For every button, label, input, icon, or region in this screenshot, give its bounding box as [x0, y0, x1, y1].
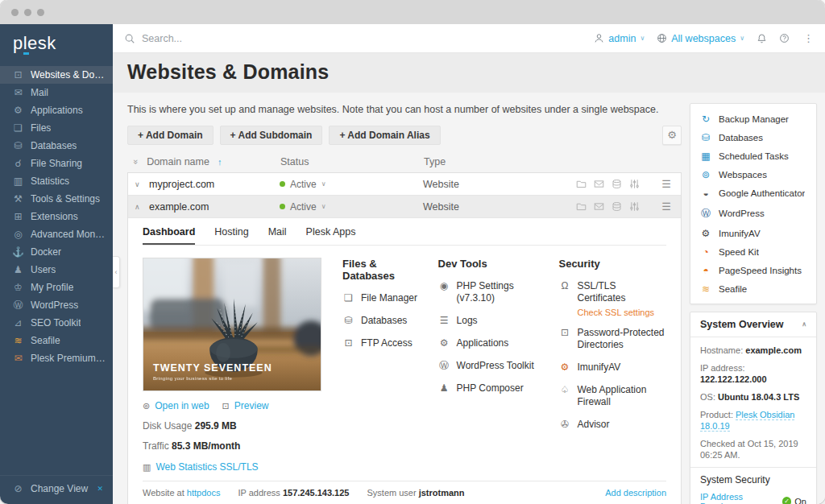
close-icon[interactable]: ✕ — [97, 485, 103, 493]
collapse-all-icon[interactable]: » — [131, 159, 141, 164]
applications-link[interactable]: ⚙ Applications — [438, 337, 545, 349]
window-control-dot[interactable] — [24, 9, 31, 16]
status-badge[interactable]: Active ∨ — [280, 201, 423, 213]
httpdocs-link[interactable]: httpdocs — [187, 488, 221, 498]
mail-icon[interactable] — [594, 201, 604, 212]
files-icon[interactable] — [576, 201, 587, 212]
ip-address-banning-link[interactable]: IP Address Banning: — [700, 492, 777, 504]
sidebar-item-mail[interactable]: ✉ Mail — [0, 84, 113, 101]
sidebar-item-statistics[interactable]: ▥ Statistics — [0, 172, 113, 190]
domain-name[interactable]: example.com — [149, 201, 280, 213]
tab-mail[interactable]: Mail — [268, 226, 287, 245]
sort-asc-icon[interactable]: ↑ — [218, 157, 222, 167]
files-icon[interactable] — [576, 179, 587, 189]
pagespeed-insights-link[interactable]: ◓ PageSpeed Insights — [690, 262, 816, 280]
column-domain-name[interactable]: Domain name — [147, 156, 209, 167]
wordpress-link[interactable]: Ⓦ WordPress — [690, 203, 816, 224]
password-protected-directories-link[interactable]: ⊡ Password-Protected Directories — [558, 327, 666, 351]
tab-plesk-apps[interactable]: Plesk Apps — [306, 226, 356, 245]
change-view-button[interactable]: ⊘ Change View ✕ — [0, 475, 113, 504]
settings-sliders-icon[interactable] — [629, 201, 640, 212]
sidebar-item-advanced-monitoring[interactable]: ◎ Advanced Monitoring — [0, 225, 113, 243]
sidebar-item-file-sharing[interactable]: ☌ File Sharing — [0, 155, 113, 172]
wordpress-toolkit-link[interactable]: Ⓦ WordPress Toolkit — [438, 360, 545, 372]
ssl-certificates-link[interactable]: Ω SSL/TLS Certificates — [558, 280, 666, 304]
databases-link[interactable]: ⛁ Databases — [342, 315, 424, 327]
imunifyav-link[interactable]: ⚙ ImunifyAV — [690, 224, 816, 242]
sidebar-item-files[interactable]: ❏ Files — [0, 119, 113, 137]
imunifyav-link[interactable]: ⚙ ImunifyAV — [558, 361, 666, 374]
ftp-access-link[interactable]: ⊡ FTP Access — [342, 337, 424, 349]
add-domain-alias-button[interactable]: + Add Domain Alias — [329, 126, 440, 145]
php-settings-link[interactable]: ◉ PHP Settings (v7.3.10) — [438, 280, 545, 304]
check-ssl-settings-link[interactable]: Check SSL settings — [577, 308, 666, 317]
web-application-firewall-link[interactable]: ♤ Web Application Firewall — [558, 384, 666, 408]
webspaces-selector[interactable]: All webspaces ∨ — [657, 33, 744, 44]
settings-sliders-icon[interactable] — [629, 179, 640, 189]
chevron-down-icon[interactable]: ∨ — [135, 180, 149, 188]
globe-icon — [657, 33, 667, 43]
seafile-link[interactable]: ≋ Seafile — [690, 280, 816, 299]
sidebar-item-extensions[interactable]: ⊞ Extensions — [0, 208, 113, 225]
google-authenticator-link[interactable]: ◒ Google Authenticator — [690, 184, 816, 203]
speed-kit-link[interactable]: ◔ Speed Kit — [690, 242, 816, 261]
sidebar-item-users[interactable]: ♟ Users — [0, 261, 113, 279]
sidebar-item-applications[interactable]: ⚙ Applications — [0, 101, 113, 119]
database-icon[interactable] — [611, 201, 622, 212]
row-menu-button[interactable]: ☰ — [647, 200, 671, 213]
sidebar-item-tools-settings[interactable]: ⚒ Tools & Settings — [0, 190, 113, 208]
database-icon[interactable] — [611, 179, 622, 189]
sidebar-item-seo-toolkit[interactable]: ⊿ SEO Toolkit — [0, 314, 113, 332]
column-type[interactable]: Type — [424, 156, 577, 167]
php-composer-link[interactable]: ♟ PHP Composer — [438, 382, 545, 395]
row-menu-button[interactable]: ☰ — [647, 178, 671, 190]
tab-hosting[interactable]: Hosting — [214, 226, 248, 245]
chevron-up-icon[interactable]: ∧ — [135, 203, 149, 211]
search-bar[interactable] — [124, 33, 586, 44]
status-badge[interactable]: Active ∨ — [280, 179, 423, 190]
domain-info-footer: Website at httpdocs IP address 157.245.1… — [143, 481, 666, 504]
sidebar-item-plesk-premium-email[interactable]: ✉ Plesk Premium Email — [0, 349, 113, 367]
dev-tools-column: Dev Tools ◉ PHP Settings (v7.3.10) ☰ Log… — [438, 258, 545, 473]
plesk-logo[interactable]: plesk — [0, 24, 113, 64]
more-menu-button[interactable]: ⋮ — [802, 32, 815, 44]
table-row-myproject[interactable]: ∨ myproject.com Active ∨ Website — [128, 173, 681, 195]
sidebar-item-wordpress[interactable]: Ⓦ WordPress — [0, 296, 113, 314]
preview-link[interactable]: ⊡ Preview — [222, 400, 269, 411]
table-row-example[interactable]: ∧ example.com Active ∨ Website — [128, 195, 681, 217]
checked-at-row: Checked at Oct 15, 2019 06:25 AM. — [700, 438, 806, 461]
logs-link[interactable]: ☰ Logs — [438, 315, 545, 327]
webspaces-link[interactable]: ⊚ Webspaces — [690, 166, 816, 184]
add-domain-button[interactable]: + Add Domain — [127, 126, 214, 145]
add-description-link[interactable]: Add description — [605, 488, 666, 498]
scheduled-tasks-link[interactable]: ▦ Scheduled Tasks — [690, 147, 816, 165]
tab-dashboard[interactable]: Dashboard — [143, 226, 195, 245]
notifications-button[interactable] — [757, 33, 767, 43]
list-settings-button[interactable]: ⚙ — [662, 126, 682, 145]
databases-link[interactable]: ⛁ Databases — [690, 128, 816, 147]
site-preview-thumbnail[interactable]: TWENTY SEVENTEEN Bringing your business … — [143, 258, 321, 391]
open-in-web-link[interactable]: ⊚ Open in web — [143, 400, 209, 411]
system-overview-header[interactable]: System Overview ∧ — [690, 312, 816, 337]
tools-icon: ⚒ — [12, 194, 24, 204]
user-menu[interactable]: admin ∨ — [594, 33, 645, 44]
sidebar-item-seafile[interactable]: ≋ Seafile — [0, 332, 113, 349]
column-status[interactable]: Status — [280, 156, 424, 167]
file-manager-link[interactable]: ❏ File Manager — [342, 292, 424, 304]
search-input[interactable] — [142, 33, 586, 44]
sidebar-item-docker[interactable]: ⚓ Docker — [0, 243, 113, 261]
web-statistics-link[interactable]: ▥ Web Statistics SSL/TLS — [143, 461, 321, 473]
sidebar-item-websites-domains[interactable]: ⊡ Websites & Domains — [0, 66, 113, 84]
sidebar-item-my-profile[interactable]: ♔ My Profile — [0, 279, 113, 296]
advisor-link[interactable]: ✇ Advisor — [558, 419, 666, 431]
sidebar-item-databases[interactable]: ⛁ Databases — [0, 137, 113, 155]
sidebar-collapse-handle[interactable]: ‹ — [113, 256, 120, 288]
add-subdomain-button[interactable]: + Add Subdomain — [220, 126, 323, 145]
domain-name[interactable]: myproject.com — [149, 179, 280, 190]
mail-icon[interactable] — [594, 179, 604, 189]
window-control-dot[interactable] — [37, 9, 44, 16]
premium-email-icon: ✉ — [12, 353, 24, 363]
backup-manager-link[interactable]: ↻ Backup Manager — [690, 109, 816, 128]
window-control-dot[interactable] — [11, 9, 19, 16]
help-button[interactable] — [779, 33, 790, 43]
